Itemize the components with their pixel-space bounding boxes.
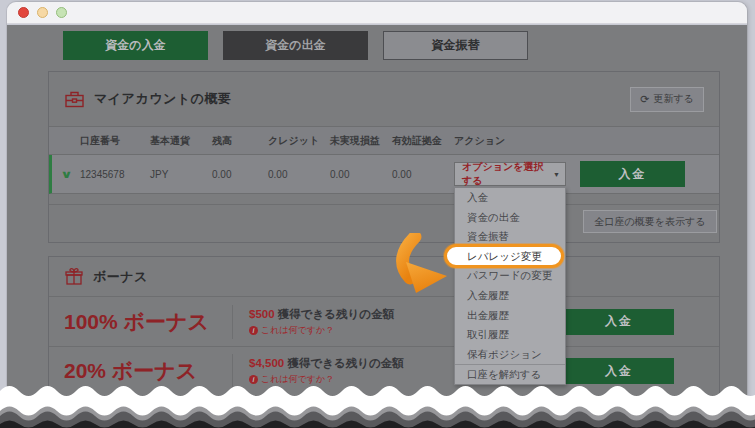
account-panel-header: マイアカウントの概要 ⟳ 更新する <box>49 72 719 126</box>
account-panel-title: マイアカウントの概要 <box>94 90 231 108</box>
menu-item-withdrawal-history[interactable]: 出金履歴 <box>455 306 565 326</box>
close-window-icon[interactable] <box>18 7 29 18</box>
col-action: アクション <box>454 134 719 148</box>
bonus-100-info: $500 獲得できる残りの金額 i これは何ですか？ <box>249 307 394 337</box>
bonus-100-label: 100% ボーナス <box>64 308 232 336</box>
bonus-panel-header: ボーナス <box>49 257 719 297</box>
funding-tabs: 資金の入金 資金の出金 資金振替 <box>63 31 747 60</box>
bonus-20-deposit-button[interactable]: 入金 <box>564 358 674 384</box>
expand-row-icon[interactable]: ∨ <box>60 168 73 181</box>
col-balance: 残高 <box>212 134 268 148</box>
maximize-window-icon[interactable] <box>56 7 67 18</box>
show-all-accounts-button[interactable]: 全口座の概要を表示する <box>583 210 717 233</box>
bonus-20-amount: $4,500 <box>249 357 284 369</box>
tutorial-arrow-icon <box>393 233 465 295</box>
row-deposit-button[interactable]: 入金 <box>580 161 685 187</box>
tab-transfer-funds[interactable]: 資金振替 <box>383 31 528 60</box>
menu-item-password-change[interactable]: パスワードの変更 <box>455 266 565 286</box>
refresh-icon: ⟳ <box>640 94 649 105</box>
account-panel-footer: 全口座の概要を表示する <box>49 204 719 242</box>
bonus-panel: ボーナス 100% ボーナス $500 獲得できる残りの金額 i これは何ですか… <box>48 256 720 395</box>
chevron-down-icon: ▼ <box>553 171 560 178</box>
menu-item-trading-history[interactable]: 取引履歴 <box>455 325 565 345</box>
bonus-100-deposit-button[interactable]: 入金 <box>564 309 674 335</box>
base-currency-cell: JPY <box>150 169 212 180</box>
divider <box>232 305 233 339</box>
col-unrealized-pl: 未実現損益 <box>330 134 392 148</box>
window-titlebar <box>7 2 747 24</box>
bonus-row-100: 100% ボーナス $500 獲得できる残りの金額 i これは何ですか？ 入金 <box>49 297 719 346</box>
action-select-wrap: オプションを選択する ▼ 入金 資金の出金 資金振替 レバレッジ変更 <box>454 162 566 186</box>
menu-item-deposit[interactable]: 入金 <box>455 188 565 208</box>
col-credit: クレジット <box>268 134 330 148</box>
col-effective-margin: 有効証拠金 <box>392 134 454 148</box>
gift-icon <box>64 267 84 287</box>
col-base-currency: 基本通貨 <box>150 134 212 148</box>
briefcase-icon <box>64 89 85 109</box>
menu-item-open-positions[interactable]: 保有ポジション <box>455 345 565 365</box>
bonus-20-label: 20% ボーナス <box>64 357 232 385</box>
page-content: 資金の入金 資金の出金 資金振替 マイアカウントの概要 ⟳ <box>7 25 747 428</box>
menu-item-close-account[interactable]: 口座を解約する <box>455 364 565 384</box>
credit-cell: 0.00 <box>268 169 330 180</box>
effective-margin-cell: 0.00 <box>392 169 454 180</box>
menu-item-leverage-change[interactable]: レバレッジ変更 <box>455 247 565 267</box>
unrealized-pl-cell: 0.00 <box>330 169 392 180</box>
tab-withdraw-funds[interactable]: 資金の出金 <box>223 31 368 60</box>
info-icon: i <box>249 326 258 335</box>
refresh-button[interactable]: ⟳ 更新する <box>630 87 704 112</box>
action-select-label: オプションを選択する <box>462 160 553 188</box>
bonus-panel-title: ボーナス <box>93 268 148 286</box>
bonus-100-amount-text: 獲得できる残りの金額 <box>275 308 395 320</box>
refresh-label: 更新する <box>653 92 693 106</box>
balance-cell: 0.00 <box>212 169 268 180</box>
menu-item-withdrawal[interactable]: 資金の出金 <box>455 208 565 228</box>
browser-window: 資金の入金 資金の出金 資金振替 マイアカウントの概要 ⟳ <box>7 2 747 428</box>
action-select[interactable]: オプションを選択する ▼ <box>454 162 566 186</box>
account-overview-panel: マイアカウントの概要 ⟳ 更新する 口座番号 基本通貨 残高 クレジット 未実現… <box>48 71 720 243</box>
tab-deposit-funds[interactable]: 資金の入金 <box>63 31 208 60</box>
account-table-row: ∨ 12345678 JPY 0.00 0.00 0.00 0.00 オプション… <box>49 155 719 194</box>
minimize-window-icon[interactable] <box>37 7 48 18</box>
accounts-table-header: 口座番号 基本通貨 残高 クレジット 未実現損益 有効証拠金 アクション <box>49 126 719 155</box>
col-account-number: 口座番号 <box>80 134 150 148</box>
menu-item-deposit-history[interactable]: 入金履歴 <box>455 286 565 306</box>
torn-edge-decoration <box>0 382 755 428</box>
bonus-100-help-link[interactable]: i これは何ですか？ <box>249 324 394 337</box>
bonus-20-amount-text: 獲得できる残りの金額 <box>284 357 404 369</box>
account-number-cell: 12345678 <box>80 169 150 180</box>
bonus-100-amount: $500 <box>249 308 275 320</box>
action-menu: 入金 資金の出金 資金振替 レバレッジ変更 パスワードの変更 入金履歴 出金履歴… <box>454 187 566 385</box>
